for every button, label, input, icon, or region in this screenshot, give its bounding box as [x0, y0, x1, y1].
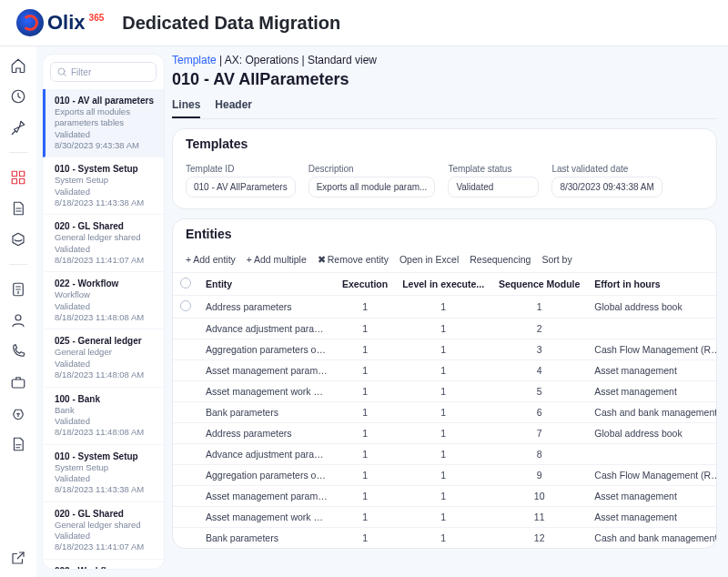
template-id-value[interactable]: 010 - AV AllParameters [186, 177, 296, 197]
list-item-title: 020 - GL Shared [55, 220, 157, 232]
file-icon[interactable] [8, 434, 28, 454]
sequence-header[interactable]: Sequence Module [491, 273, 587, 296]
exec-cell: 1 [335, 402, 395, 423]
list-item[interactable]: 010 - AV all parametersExports all modul… [43, 89, 164, 157]
validated-date-value[interactable]: 8/30/2023 09:43:38 AM [551, 177, 662, 197]
row-select[interactable] [173, 360, 198, 381]
breadcrumb-rest: | AX: Operations | Standard view [217, 54, 377, 66]
row-select[interactable] [173, 486, 198, 507]
grid-icon[interactable] [8, 167, 28, 187]
clock-icon[interactable] [8, 86, 28, 106]
level-cell: 1 [395, 444, 491, 465]
list-item-title: 025 - General ledger [55, 335, 157, 347]
open-excel-button[interactable]: Open in Excel [399, 254, 459, 265]
select-all-header[interactable] [173, 273, 198, 296]
exec-cell: 1 [335, 319, 395, 339]
table-row[interactable]: Bank parameters1112Cash and bank managem… [173, 528, 717, 549]
level-cell: 1 [395, 339, 491, 360]
template-list-panel: Filter 010 - AV all parametersExports al… [42, 54, 165, 570]
row-select[interactable] [173, 465, 198, 486]
row-select[interactable] [173, 339, 198, 360]
table-row[interactable]: Asset management work orders...115Asset … [173, 381, 717, 402]
list-item[interactable]: 020 - GL SharedGeneral ledger sharedVali… [43, 215, 164, 272]
row-select[interactable] [173, 381, 198, 402]
effort-header[interactable]: Effort in hours [587, 273, 717, 296]
templates-heading: Templates [173, 129, 716, 158]
list-item-desc: Exports all modules parameters tables [55, 106, 157, 129]
list-item-title: 010 - System Setup [55, 163, 157, 175]
level-cell: 1 [395, 296, 491, 319]
nav-rail [0, 46, 36, 577]
list-item-title: 022 - Workflow [55, 565, 157, 569]
effort-cell [587, 319, 717, 339]
remove-entity-button[interactable]: ✖ Remove entity [318, 254, 389, 265]
table-row[interactable]: Advance adjustment parameters118 [173, 444, 717, 465]
row-select[interactable] [173, 423, 198, 444]
list-item[interactable]: 022 - WorkflowWorkflowValidated8/18/2023… [43, 560, 164, 569]
exec-cell: 1 [335, 339, 395, 360]
list-item-desc: System Setup [55, 462, 157, 473]
hex-icon[interactable] [8, 229, 28, 249]
row-select[interactable] [173, 444, 198, 465]
tab-header[interactable]: Header [215, 95, 252, 118]
effort-cell: Global address book [587, 296, 717, 319]
table-row[interactable]: Bank parameters116Cash and bank manageme… [173, 402, 717, 423]
user-icon[interactable] [8, 310, 28, 330]
level-header[interactable]: Level in execute... [395, 273, 491, 296]
tab-lines[interactable]: Lines [172, 95, 200, 118]
document-icon[interactable] [8, 198, 28, 218]
row-select[interactable] [173, 507, 198, 528]
entity-cell: Aggregation parameters of pay... [198, 339, 335, 360]
description-value[interactable]: Exports all module param... [308, 177, 436, 197]
level-cell: 1 [395, 381, 491, 402]
list-item[interactable]: 010 - System SetupSystem SetupValidated8… [43, 157, 164, 215]
list-item-status: Validated [55, 359, 157, 369]
list-item[interactable]: 020 - GL SharedGeneral ledger sharedVali… [43, 502, 164, 560]
main-content: Template | AX: Operations | Standard vie… [165, 46, 728, 577]
list-item-date: 8/18/2023 11:41:07 AM [55, 542, 157, 552]
table-row[interactable]: Aggregation parameters of pay...113Cash … [173, 339, 717, 360]
row-select[interactable] [173, 402, 198, 423]
list-item-date: 8/18/2023 11:48:08 AM [55, 369, 157, 380]
seq-cell: 3 [491, 339, 587, 360]
exec-cell: 1 [335, 528, 395, 549]
status-value[interactable]: Validated [448, 177, 539, 197]
filter-input[interactable]: Filter [50, 62, 157, 82]
home-icon[interactable] [8, 56, 28, 76]
table-row[interactable]: Asset management parameters114Asset mana… [173, 360, 717, 381]
pin-icon[interactable] [8, 117, 28, 137]
row-select[interactable] [173, 296, 198, 319]
add-multiple-button[interactable]: + Add multiple [247, 254, 307, 265]
effort-cell [587, 444, 717, 465]
row-select[interactable] [173, 319, 198, 339]
entities-toolbar: + Add entity + Add multiple ✖ Remove ent… [173, 248, 716, 272]
list-item[interactable]: 100 - BankBankValidated8/18/2023 11:48:0… [43, 388, 164, 445]
external-link-icon[interactable] [8, 548, 28, 568]
entity-header[interactable]: Entity [198, 273, 335, 296]
briefcase-icon[interactable] [8, 372, 28, 392]
templates-card: Templates Template ID010 - AV AllParamet… [172, 128, 717, 209]
row-select[interactable] [173, 528, 198, 549]
invoice-icon[interactable] [8, 279, 28, 299]
add-entity-button[interactable]: + Add entity [186, 254, 236, 265]
list-item[interactable]: 010 - System SetupSystem SetupValidated8… [43, 445, 164, 502]
breadcrumb-link[interactable]: Template [172, 54, 217, 66]
list-item[interactable]: 025 - General ledgerGeneral ledgerValida… [43, 329, 164, 387]
money-bag-icon[interactable] [8, 403, 28, 423]
list-item[interactable]: 022 - WorkflowWorkflowValidated8/18/2023… [43, 272, 164, 329]
list-item-date: 8/18/2023 11:43:38 AM [55, 197, 157, 208]
seq-cell: 8 [491, 444, 587, 465]
resequencing-button[interactable]: Resequencing [470, 254, 531, 265]
brand-suffix: 365 [89, 13, 105, 23]
table-row[interactable]: Asset management work orders...1111Asset… [173, 507, 717, 528]
table-row[interactable]: Asset management parameters1110Asset man… [173, 486, 717, 507]
table-row[interactable]: Advance adjustment parameters112 [173, 319, 717, 339]
sort-by-button[interactable]: Sort by [541, 254, 571, 265]
entity-cell: Bank parameters [198, 528, 335, 549]
phone-icon[interactable] [8, 341, 28, 361]
list-item-desc: General ledger shared [55, 232, 157, 243]
table-row[interactable]: Address parameters117Global address book [173, 423, 717, 444]
table-row[interactable]: Address parameters111Global address book [173, 296, 717, 319]
table-row[interactable]: Aggregation parameters of pay...119Cash … [173, 465, 717, 486]
execution-header[interactable]: Execution [335, 273, 395, 296]
